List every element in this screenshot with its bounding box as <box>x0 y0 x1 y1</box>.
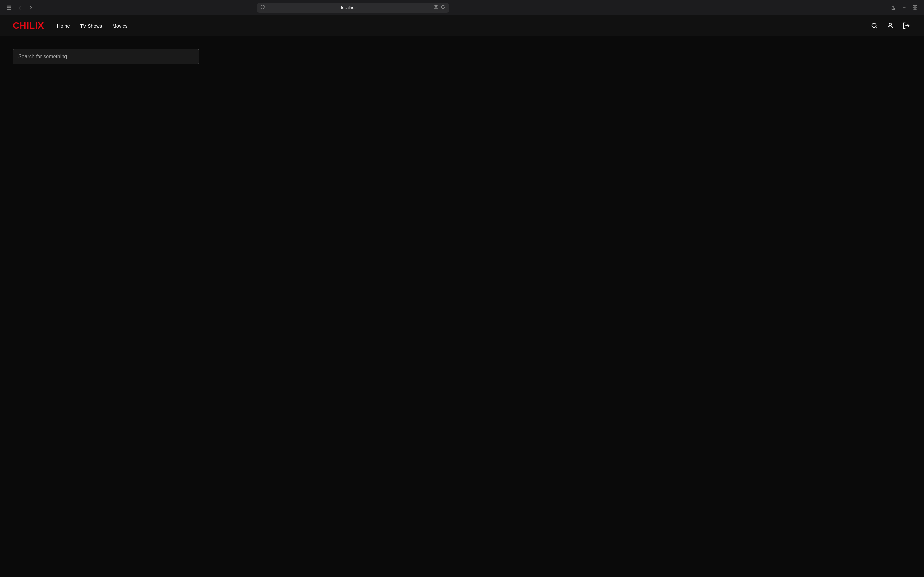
profile-button[interactable] <box>885 21 895 31</box>
new-tab-button[interactable] <box>900 4 908 11</box>
share-button[interactable] <box>889 4 897 11</box>
svg-point-4 <box>435 6 437 8</box>
search-button[interactable] <box>869 21 879 31</box>
back-button[interactable] <box>16 4 24 11</box>
svg-line-14 <box>876 27 877 29</box>
app-header: CHILIX Home TV Shows Movies <box>0 15 924 36</box>
logo[interactable]: CHILIX <box>13 21 44 31</box>
security-icon <box>260 5 265 10</box>
svg-rect-11 <box>913 8 915 9</box>
main-nav: Home TV Shows Movies <box>57 23 128 29</box>
browser-chrome <box>0 0 924 15</box>
svg-rect-5 <box>435 5 437 6</box>
address-bar-icons <box>434 5 445 11</box>
main-content <box>0 36 924 577</box>
svg-rect-0 <box>7 6 11 6</box>
svg-point-13 <box>872 23 876 27</box>
forward-button[interactable] <box>27 4 35 11</box>
svg-rect-12 <box>915 8 917 9</box>
browser-controls-right <box>889 4 919 11</box>
header-right <box>869 21 911 31</box>
search-input[interactable] <box>13 49 199 64</box>
svg-rect-10 <box>915 5 917 7</box>
svg-point-15 <box>889 23 891 26</box>
reload-icon[interactable] <box>441 5 445 11</box>
browser-controls-left <box>5 4 35 11</box>
url-input[interactable] <box>268 5 431 10</box>
nav-movies[interactable]: Movies <box>112 23 128 29</box>
tabs-overview-button[interactable] <box>911 4 919 11</box>
tab-camera-icon <box>434 5 438 11</box>
header-left: CHILIX Home TV Shows Movies <box>13 21 128 31</box>
search-wrapper <box>13 49 199 64</box>
svg-rect-9 <box>913 5 915 7</box>
address-bar[interactable] <box>257 3 449 13</box>
logout-button[interactable] <box>901 21 911 31</box>
nav-home[interactable]: Home <box>57 23 70 29</box>
nav-tv-shows[interactable]: TV Shows <box>80 23 102 29</box>
sidebar-toggle-button[interactable] <box>5 4 13 11</box>
svg-rect-2 <box>7 9 11 10</box>
svg-rect-1 <box>7 7 11 8</box>
